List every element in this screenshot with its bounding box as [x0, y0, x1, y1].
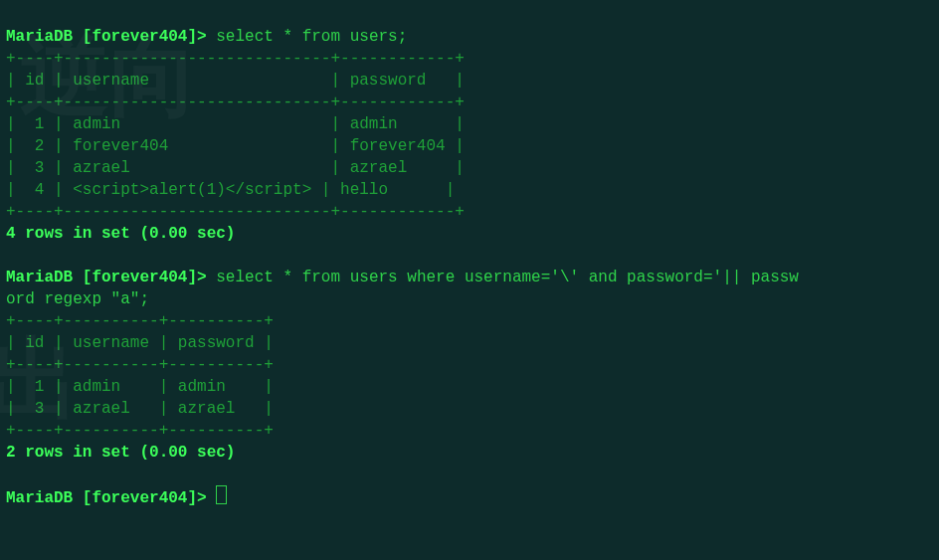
- table-header: | id | username | password |: [6, 334, 274, 352]
- table-border: +----+----------+----------+: [6, 312, 274, 330]
- db-prompt: MariaDB [forever404]>: [6, 489, 207, 507]
- prompt-line: MariaDB [forever404]> select * from user…: [6, 269, 799, 286]
- table-border: +----+----------+----------+: [6, 356, 274, 374]
- prompt-line: MariaDB [forever404]> select * from user…: [6, 28, 407, 46]
- table-row: | 2 | forever404 | forever404 |: [6, 137, 465, 155]
- blank-line: [6, 247, 16, 265]
- table-border: +----+----------------------------+-----…: [6, 93, 465, 111]
- terminal-output[interactable]: MariaDB [forever404]> select * from user…: [0, 0, 939, 513]
- cursor-icon: [216, 485, 227, 504]
- table-border: +----+----------------------------+-----…: [6, 203, 465, 221]
- sql-query: select * from users where username='\' a…: [216, 269, 799, 286]
- db-prompt: MariaDB [forever404]>: [6, 269, 207, 286]
- sql-query-continuation: ord regexp "a";: [6, 290, 149, 308]
- table-row: | 3 | azrael | azrael |: [6, 400, 274, 418]
- table-row: | 4 | <script>alert(1)</script> | hello …: [6, 181, 455, 199]
- table-row: | 1 | admin | admin |: [6, 378, 274, 396]
- table-header: | id | username | password |: [6, 72, 465, 90]
- table-row: | 1 | admin | admin |: [6, 115, 465, 133]
- prompt-line[interactable]: MariaDB [forever404]>: [6, 489, 227, 507]
- sql-query: select * from users;: [216, 28, 407, 46]
- table-border: +----+----------------------------+-----…: [6, 50, 465, 68]
- blank-line: [6, 466, 16, 483]
- result-summary: 2 rows in set (0.00 sec): [6, 444, 235, 462]
- table-row: | 3 | azrael | azrael |: [6, 159, 465, 177]
- result-summary: 4 rows in set (0.00 sec): [6, 225, 235, 243]
- db-prompt: MariaDB [forever404]>: [6, 28, 207, 46]
- table-border: +----+----------+----------+: [6, 422, 274, 440]
